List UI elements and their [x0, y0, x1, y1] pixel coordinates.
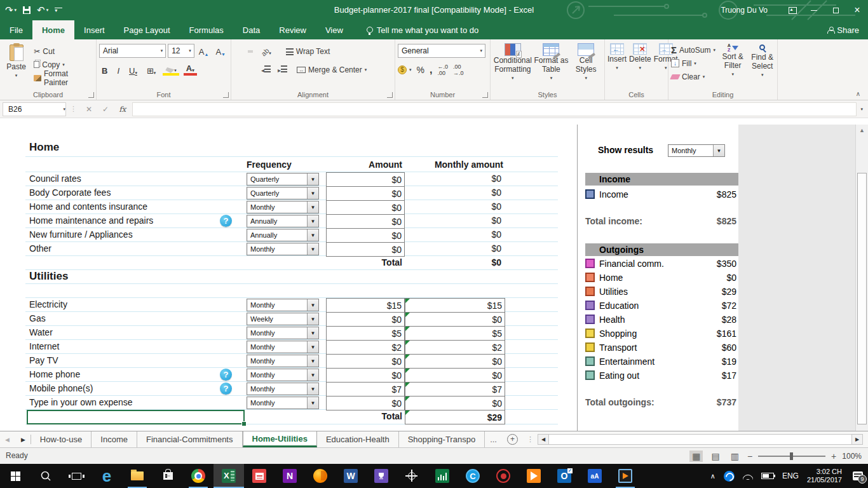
grow-font-button[interactable]: A▲: [196, 44, 212, 57]
frequency-dropdown[interactable]: Quarterly▼: [247, 173, 319, 186]
store-button[interactable]: [153, 464, 183, 488]
brightness-app-button[interactable]: [397, 464, 427, 488]
amount-cell[interactable]: $0: [326, 396, 405, 410]
align-left-button[interactable]: [234, 69, 239, 71]
media-play-button[interactable]: [519, 464, 549, 488]
page-layout-view-button[interactable]: ▤: [709, 451, 722, 462]
cancel-button[interactable]: ✕: [81, 105, 97, 114]
zoom-slider-thumb[interactable]: [790, 452, 793, 460]
ribbon-tab-formulas[interactable]: Formulas: [180, 20, 233, 39]
conditional-formatting-button[interactable]: Conditional Formatting▾: [493, 43, 532, 88]
stocks-app-button[interactable]: [427, 464, 458, 488]
monthly-amount-value[interactable]: $0: [405, 201, 501, 212]
help-icon[interactable]: ?: [220, 383, 232, 395]
sheet-main-area[interactable]: Home Frequency Amount Monthly amount Cou…: [0, 125, 577, 431]
paste-button[interactable]: Paste ▾: [3, 42, 30, 85]
clipboard-dialog-launcher[interactable]: [88, 92, 94, 98]
close-button[interactable]: ×: [846, 0, 868, 20]
name-box[interactable]: B26 ▾: [3, 102, 66, 116]
sheet-tab-shopping-transpo[interactable]: Shopping-Transpo: [399, 431, 485, 447]
sort-filter-button[interactable]: AZ Sort & Filter▾: [721, 42, 745, 83]
increase-decimal-button[interactable]: ←.0.00: [437, 63, 448, 76]
monthly-amount-cell[interactable]: $0: [405, 312, 505, 327]
scroll-right-icon[interactable]: ▶: [852, 435, 862, 444]
page-break-view-button[interactable]: ▥: [728, 451, 742, 462]
films-tv-button[interactable]: [610, 464, 641, 488]
sheet-tab-education-health[interactable]: Education-Health: [317, 431, 399, 447]
tray-chevron-icon[interactable]: ∧: [710, 472, 715, 480]
amount-cell[interactable]: $0: [326, 214, 405, 229]
number-format-combo[interactable]: General▾: [398, 44, 485, 58]
utilities-total-cell[interactable]: $29: [405, 410, 505, 424]
zoom-out-button[interactable]: −: [747, 451, 752, 461]
decrease-decimal-button[interactable]: .00→.0: [453, 63, 464, 76]
delete-cells-button[interactable]: ✕ Delete▾: [629, 43, 651, 88]
monthly-amount-value[interactable]: $0: [405, 187, 501, 198]
sheet-tab-home-utilities[interactable]: Home-Utilities: [243, 431, 317, 447]
amount-cell[interactable]: $5: [326, 326, 405, 341]
new-sheet-button[interactable]: +: [507, 434, 518, 445]
find-select-button[interactable]: Find & Select▾: [750, 42, 775, 83]
borders-button[interactable]: ⊞ ▾: [144, 63, 158, 76]
restore-button[interactable]: [825, 0, 846, 20]
format-as-table-button[interactable]: Format as Table▾: [534, 43, 569, 88]
monthly-amount-value[interactable]: $0: [405, 173, 501, 184]
wrap-text-button[interactable]: Wrap Text: [286, 45, 330, 58]
accounting-format-button[interactable]: $▾: [398, 63, 412, 76]
wifi-icon[interactable]: [743, 472, 753, 480]
frequency-dropdown[interactable]: Monthly▼: [247, 327, 319, 339]
action-center-button[interactable]: 9: [853, 471, 863, 480]
monthly-amount-cell[interactable]: $5: [405, 326, 505, 341]
monthly-amount-value[interactable]: $0: [405, 243, 501, 254]
share-button[interactable]: Share: [827, 20, 859, 39]
sheet-tab-financial-commitments[interactable]: Financial-Commitments: [137, 431, 243, 447]
insert-function-button[interactable]: fx: [114, 105, 131, 114]
start-button[interactable]: [0, 464, 31, 488]
orientation-button[interactable]: ab▾: [259, 44, 274, 58]
outlook-button[interactable]: O✓: [549, 464, 580, 488]
sheet-tab-how-to-use[interactable]: How-to-use: [31, 431, 92, 447]
font-family-combo[interactable]: Arial▾: [99, 44, 166, 58]
percent-style-button[interactable]: %: [417, 63, 424, 76]
italic-button[interactable]: I: [114, 63, 122, 76]
formula-input[interactable]: [132, 102, 857, 116]
amount-cell[interactable]: $2: [326, 340, 405, 355]
normal-view-button[interactable]: ▦: [689, 451, 703, 462]
amount-cell[interactable]: $0: [326, 200, 405, 215]
amount-cell[interactable]: $0: [326, 186, 405, 201]
file-explorer-button[interactable]: [122, 464, 153, 488]
amount-cell[interactable]: $15: [326, 298, 405, 313]
align-right-button[interactable]: [248, 69, 253, 71]
format-painter-button[interactable]: Format Painter: [34, 71, 93, 85]
language-indicator[interactable]: ENG: [782, 471, 799, 480]
minimize-button[interactable]: [803, 0, 825, 20]
top-align-button[interactable]: [234, 50, 239, 53]
scroll-up-icon[interactable]: ▲: [856, 125, 868, 136]
monthly-amount-cell[interactable]: $0: [405, 354, 505, 369]
amount-cell[interactable]: $0: [326, 172, 405, 187]
security-app-button[interactable]: [488, 464, 519, 488]
zoom-slider[interactable]: [758, 456, 825, 457]
frequency-dropdown[interactable]: Monthly▼: [247, 396, 319, 409]
firefox-button[interactable]: [305, 464, 336, 488]
vertical-scrollbar[interactable]: ▲: [855, 125, 868, 431]
frequency-dropdown[interactable]: Annually▼: [247, 215, 319, 227]
tell-me-box[interactable]: Tell me what you want to do: [367, 20, 478, 39]
fill-color-button[interactable]: ▾: [163, 63, 179, 76]
amount-cell[interactable]: $0: [326, 242, 405, 257]
frequency-dropdown[interactable]: Monthly▼: [247, 299, 319, 311]
enter-button[interactable]: ✓: [97, 105, 114, 114]
cell-styles-button[interactable]: Cell Styles▾: [570, 43, 602, 88]
ribbon-display-options-button[interactable]: [782, 0, 803, 20]
font-size-combo[interactable]: 12▾: [168, 44, 194, 58]
tab-overflow[interactable]: ...: [485, 431, 502, 447]
amount-cell[interactable]: $0: [326, 312, 405, 327]
user-name[interactable]: Truong Du Vo: [721, 6, 768, 15]
vertical-scroll-thumb[interactable]: [857, 173, 867, 424]
comma-style-button[interactable]: ,: [430, 63, 432, 76]
autosum-button[interactable]: ΣAutoSum ▾: [671, 43, 715, 57]
ribbon-tab-home[interactable]: Home: [32, 20, 74, 39]
selected-cell[interactable]: [27, 410, 245, 424]
task-view-button[interactable]: [61, 464, 92, 488]
ribbon-tab-data[interactable]: Data: [233, 20, 269, 39]
